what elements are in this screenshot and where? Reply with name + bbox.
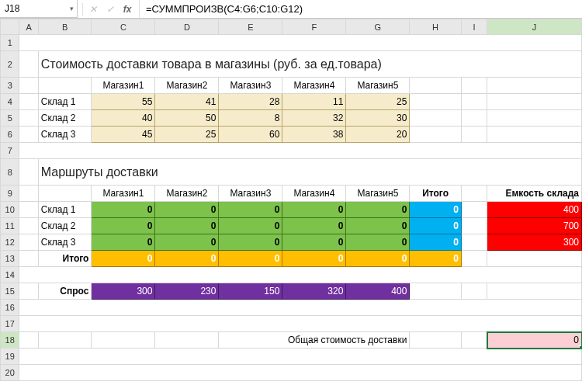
col-header-B[interactable]: B <box>38 19 92 35</box>
col-header-F[interactable]: F <box>282 19 346 35</box>
demand-cell[interactable]: 320 <box>282 283 346 300</box>
cost-cell[interactable]: 11 <box>282 94 346 110</box>
row-header[interactable]: 20 <box>1 365 19 381</box>
col-header-E[interactable]: E <box>219 19 282 35</box>
row-header[interactable]: 14 <box>1 267 19 283</box>
col-total-cell[interactable]: 0 <box>155 251 219 267</box>
cost-cell[interactable]: 30 <box>346 110 410 127</box>
capacity-cell[interactable]: 400 <box>487 202 582 218</box>
demand-cell[interactable]: 300 <box>92 283 155 300</box>
row-total-cell[interactable]: 0 <box>410 218 461 234</box>
col-total-cell[interactable]: 0 <box>92 251 155 267</box>
row-header[interactable]: 3 <box>1 78 19 94</box>
row-header[interactable]: 8 <box>1 159 19 186</box>
route-cell[interactable]: 0 <box>92 218 155 234</box>
total-header[interactable]: Итого <box>410 186 461 202</box>
route-cell[interactable]: 0 <box>92 202 155 218</box>
warehouse-label[interactable]: Склад 2 <box>38 110 92 127</box>
fill-handle-icon[interactable] <box>579 345 582 349</box>
cost-cell[interactable]: 28 <box>219 94 282 110</box>
capacity-cell[interactable]: 700 <box>487 218 582 234</box>
select-all-corner[interactable] <box>1 19 19 35</box>
col-header-H[interactable]: H <box>410 19 461 35</box>
shop-header[interactable]: Магазин2 <box>155 186 219 202</box>
shop-header[interactable]: Магазин3 <box>219 78 282 94</box>
route-cell[interactable]: 0 <box>282 202 346 218</box>
grand-total-label[interactable]: Общая стоимость доставки <box>219 332 410 349</box>
cost-cell[interactable]: 38 <box>282 127 346 143</box>
col-header-J[interactable]: J <box>487 19 582 35</box>
cost-cell[interactable]: 45 <box>92 127 155 143</box>
row-header[interactable]: 11 <box>1 218 19 234</box>
row-header[interactable]: 1 <box>1 35 19 51</box>
row-header[interactable]: 7 <box>1 143 19 159</box>
shop-header[interactable]: Магазин5 <box>346 186 410 202</box>
demand-label[interactable]: Спрос <box>38 283 92 300</box>
warehouse-label[interactable]: Склад 3 <box>38 234 92 251</box>
row-header[interactable]: 19 <box>1 349 19 365</box>
row-header[interactable]: 5 <box>1 110 19 127</box>
warehouse-label[interactable]: Склад 1 <box>38 202 92 218</box>
col-header-I[interactable]: I <box>461 19 487 35</box>
col-total-label[interactable]: Итого <box>38 251 92 267</box>
name-box[interactable]: J18 ▾ <box>0 0 78 18</box>
cost-cell[interactable]: 55 <box>92 94 155 110</box>
row-header[interactable]: 9 <box>1 186 19 202</box>
cost-cell[interactable]: 32 <box>282 110 346 127</box>
route-cell[interactable]: 0 <box>155 234 219 251</box>
route-cell[interactable]: 0 <box>92 234 155 251</box>
route-cell[interactable]: 0 <box>346 202 410 218</box>
grand-total-cell[interactable]: 0 <box>487 332 582 349</box>
shop-header[interactable]: Магазин1 <box>92 78 155 94</box>
row-header[interactable]: 10 <box>1 202 19 218</box>
demand-cell[interactable]: 230 <box>155 283 219 300</box>
route-cell[interactable]: 0 <box>219 202 282 218</box>
warehouse-label[interactable]: Склад 1 <box>38 94 92 110</box>
cost-cell[interactable]: 60 <box>219 127 282 143</box>
row-header[interactable]: 16 <box>1 300 19 316</box>
capacity-header[interactable]: Емкость склада <box>487 186 582 202</box>
row-header[interactable]: 12 <box>1 234 19 251</box>
col-header-A[interactable]: A <box>19 19 38 35</box>
formula-input[interactable]: =СУММПРОИЗВ(C4:G6;C10:G12) <box>140 0 582 18</box>
shop-header[interactable]: Магазин4 <box>282 78 346 94</box>
row-header[interactable]: 18 <box>1 332 19 349</box>
col-total-cell[interactable]: 0 <box>282 251 346 267</box>
cost-cell[interactable]: 25 <box>346 94 410 110</box>
row-header[interactable]: 15 <box>1 283 19 300</box>
row-header[interactable]: 6 <box>1 127 19 143</box>
cost-title[interactable]: Стоимость доставки товара в магазины (ру… <box>38 51 581 78</box>
row-total-cell[interactable]: 0 <box>410 234 461 251</box>
row-header[interactable]: 13 <box>1 251 19 267</box>
cost-cell[interactable]: 40 <box>92 110 155 127</box>
route-cell[interactable]: 0 <box>155 202 219 218</box>
cancel-formula-icon[interactable]: ✕ <box>86 4 100 15</box>
col-total-cell[interactable]: 0 <box>346 251 410 267</box>
shop-header[interactable]: Магазин1 <box>92 186 155 202</box>
cost-cell[interactable]: 25 <box>155 127 219 143</box>
col-total-cell[interactable]: 0 <box>410 251 461 267</box>
col-total-cell[interactable]: 0 <box>219 251 282 267</box>
row-header[interactable]: 17 <box>1 316 19 332</box>
shop-header[interactable]: Магазин5 <box>346 78 410 94</box>
row-header[interactable]: 2 <box>1 51 19 78</box>
routes-title[interactable]: Маршруты доставки <box>38 159 581 186</box>
demand-cell[interactable]: 400 <box>346 283 410 300</box>
col-header-G[interactable]: G <box>346 19 410 35</box>
warehouse-label[interactable]: Склад 3 <box>38 127 92 143</box>
cost-cell[interactable]: 8 <box>219 110 282 127</box>
col-header-D[interactable]: D <box>155 19 219 35</box>
accept-formula-icon[interactable]: ✓ <box>103 4 117 15</box>
col-header-C[interactable]: C <box>92 19 155 35</box>
shop-header[interactable]: Магазин4 <box>282 186 346 202</box>
chevron-down-icon[interactable]: ▾ <box>70 5 74 12</box>
warehouse-label[interactable]: Склад 2 <box>38 218 92 234</box>
fx-icon[interactable]: fx <box>120 4 134 15</box>
cost-cell[interactable]: 20 <box>346 127 410 143</box>
route-cell[interactable]: 0 <box>346 234 410 251</box>
route-cell[interactable]: 0 <box>346 218 410 234</box>
route-cell[interactable]: 0 <box>155 218 219 234</box>
route-cell[interactable]: 0 <box>219 218 282 234</box>
cost-cell[interactable]: 50 <box>155 110 219 127</box>
route-cell[interactable]: 0 <box>219 234 282 251</box>
